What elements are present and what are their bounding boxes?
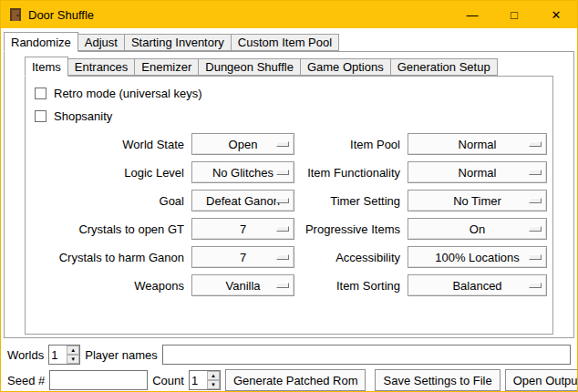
accessibility-select[interactable]: 100% Locations (408, 246, 547, 268)
spin-up-icon[interactable]: ▲ (67, 346, 79, 355)
timer-setting-label: Timer Setting (302, 194, 400, 208)
crystals-ganon-label: Crystals to harm Ganon (33, 251, 184, 264)
dropdown-indicator-icon (276, 141, 289, 147)
retro-mode-checkbox-row[interactable]: Retro mode (universal keys) (35, 82, 545, 105)
dropdown-indicator-icon (529, 198, 542, 203)
tab-generation-setup[interactable]: Generation Setup (390, 58, 498, 76)
progressive-items-label: Progressive Items (302, 222, 400, 236)
tab-custom-item-pool[interactable]: Custom Item Pool (231, 34, 339, 51)
item-functionality-label: Item Functionality (302, 166, 400, 180)
world-state-label: World State (33, 138, 184, 151)
goal-label: Goal (33, 194, 184, 208)
outer-tab-bar: Randomize Adjust Starting Inventory Cust… (4, 31, 574, 51)
crystals-gt-label: Crystals to open GT (33, 222, 184, 236)
count-stepper[interactable]: ▲ ▼ (189, 370, 221, 390)
inner-tab-bar: Items Entrances Enemizer Dungeon Shuffle… (25, 56, 553, 76)
count-stepper-arrows: ▲ ▼ (207, 371, 220, 389)
retro-mode-checkbox[interactable] (35, 88, 46, 99)
window-content: Randomize Adjust Starting Inventory Cust… (1, 28, 577, 391)
seed-row: Seed # Count ▲ ▼ Generate Patched Rom Sa… (7, 369, 571, 391)
weapons-label: Weapons (33, 279, 184, 293)
app-icon (8, 7, 23, 22)
spin-up-icon[interactable]: ▲ (207, 371, 220, 380)
item-pool-select[interactable]: Normal (408, 133, 547, 155)
dropdown-indicator-icon (276, 254, 289, 260)
item-sorting-label: Item Sorting (302, 279, 400, 293)
weapons-value: Vanilla (225, 279, 260, 293)
tab-starting-inventory[interactable]: Starting Inventory (124, 34, 232, 51)
item-sorting-select[interactable]: Balanced (408, 274, 547, 296)
accessibility-value: 100% Locations (435, 251, 520, 264)
item-pool-label: Item Pool (302, 138, 400, 151)
worlds-row: Worlds ▲ ▼ Player names (7, 344, 571, 366)
accessibility-label: Accessibility (302, 251, 400, 264)
item-sorting-value: Balanced (452, 279, 501, 293)
minimize-icon[interactable]: — (451, 1, 493, 28)
window-title: Door Shuffle (28, 8, 94, 22)
timer-setting-value: No Timer (453, 194, 501, 208)
tab-entrances[interactable]: Entrances (67, 58, 136, 76)
player-names-input[interactable] (162, 345, 571, 365)
progressive-items-select[interactable]: On (408, 218, 547, 240)
dropdown-indicator-icon (529, 226, 542, 232)
save-settings-button[interactable]: Save Settings to File (375, 369, 500, 391)
dropdown-indicator-icon (276, 226, 289, 232)
item-functionality-value: Normal (459, 166, 497, 180)
item-pool-value: Normal (459, 138, 497, 151)
dropdown-indicator-icon (529, 170, 542, 175)
app-window: Door Shuffle — □ ✕ Randomize Adjust Star… (0, 0, 578, 392)
goal-value: Defeat Ganon (206, 194, 280, 208)
logic-level-select[interactable]: No Glitches (191, 161, 294, 183)
generate-patched-rom-button[interactable]: Generate Patched Rom (225, 369, 366, 391)
world-state-value: Open (229, 138, 258, 151)
open-output-directory-button[interactable]: Open Output Directory (505, 369, 578, 391)
spin-down-icon[interactable]: ▼ (67, 355, 79, 364)
close-icon[interactable]: ✕ (535, 1, 577, 28)
shopsanity-label: Shopsanity (54, 109, 112, 123)
shopsanity-checkbox-row[interactable]: Shopsanity (35, 105, 545, 128)
retro-mode-label: Retro mode (universal keys) (54, 87, 202, 100)
randomize-pane: Items Entrances Enemizer Dungeon Shuffle… (4, 51, 574, 338)
goal-select[interactable]: Defeat Ganon (191, 190, 294, 211)
tab-items[interactable]: Items (25, 57, 68, 77)
worlds-label: Worlds (7, 348, 44, 362)
caption-buttons: — □ ✕ (451, 1, 577, 28)
tab-dungeon-shuffle[interactable]: Dungeon Shuffle (198, 58, 301, 76)
tab-enemizer[interactable]: Enemizer (134, 58, 199, 76)
worlds-input[interactable] (49, 346, 67, 364)
dropdown-indicator-icon (276, 283, 289, 288)
maximize-icon[interactable]: □ (493, 1, 535, 28)
crystals-ganon-select[interactable]: 7 (191, 246, 294, 268)
crystals-gt-value: 7 (240, 222, 246, 236)
bottom-bar: Worlds ▲ ▼ Player names Seed # Count (4, 344, 574, 391)
spin-down-icon[interactable]: ▼ (207, 380, 220, 389)
worlds-stepper[interactable]: ▲ ▼ (48, 345, 80, 365)
count-label: Count (152, 374, 184, 387)
options-grid: World State Open Item Pool Normal Logic … (33, 133, 545, 296)
titlebar: Door Shuffle — □ ✕ (1, 1, 577, 28)
seed-input[interactable] (49, 370, 148, 390)
tab-game-options[interactable]: Game Options (300, 58, 391, 76)
logic-level-label: Logic Level (33, 166, 184, 180)
progressive-items-value: On (470, 222, 485, 236)
dropdown-indicator-icon (276, 170, 289, 175)
inner-notebook: Items Entrances Enemizer Dungeon Shuffle… (25, 56, 553, 335)
dropdown-indicator-icon (529, 254, 542, 260)
count-input[interactable] (190, 371, 207, 389)
timer-setting-select[interactable]: No Timer (408, 190, 547, 211)
dropdown-indicator-icon (529, 283, 542, 288)
player-names-label: Player names (85, 348, 157, 362)
dropdown-indicator-icon (276, 198, 289, 203)
weapons-select[interactable]: Vanilla (191, 274, 294, 296)
logic-level-value: No Glitches (212, 166, 274, 180)
seed-label: Seed # (7, 374, 45, 387)
dropdown-indicator-icon (529, 141, 542, 147)
item-functionality-select[interactable]: Normal (408, 161, 547, 183)
shopsanity-checkbox[interactable] (35, 110, 46, 122)
items-pane: Retro mode (universal keys) Shopsanity W… (25, 76, 553, 335)
crystals-gt-select[interactable]: 7 (191, 218, 294, 240)
tab-adjust[interactable]: Adjust (77, 34, 125, 51)
world-state-select[interactable]: Open (191, 133, 294, 155)
tab-randomize[interactable]: Randomize (4, 32, 78, 52)
crystals-ganon-value: 7 (240, 251, 246, 264)
